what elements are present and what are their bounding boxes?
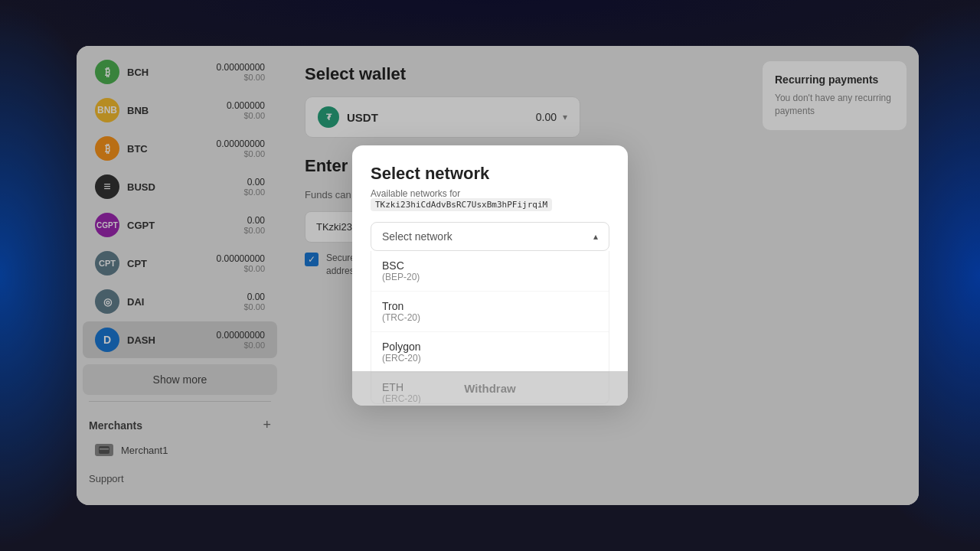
- modal-subtitle: Available networks for TKzki23hiCdAdvBsR…: [371, 188, 609, 210]
- network-bsc-type: (BEP-20): [382, 272, 598, 282]
- network-polygon-type: (ERC-20): [382, 353, 598, 364]
- chevron-up-icon: ▴: [593, 231, 598, 242]
- modal-address-code: TKzki23hiCdAdvBsRC7UsxBm3hPFijrqiM: [371, 198, 552, 211]
- network-item-tron[interactable]: Tron (TRC-20): [371, 292, 609, 332]
- network-selector-toggle[interactable]: Select network ▴: [371, 222, 609, 251]
- modal-title: Select network: [371, 164, 609, 184]
- network-bsc-name: BSC: [382, 259, 598, 272]
- network-tron-name: Tron: [382, 300, 598, 312]
- modal-subtitle-prefix: Available networks for: [371, 188, 460, 199]
- network-item-polygon[interactable]: Polygon (ERC-20): [371, 332, 609, 373]
- withdraw-button[interactable]: Withdraw: [352, 371, 628, 406]
- modal-overlay: Select network Available networks for TK…: [0, 0, 980, 551]
- network-polygon-name: Polygon: [382, 341, 598, 353]
- network-item-bsc[interactable]: BSC (BEP-20): [371, 251, 609, 292]
- network-selector-label: Select network: [382, 230, 452, 243]
- select-network-modal: Select network Available networks for TK…: [352, 145, 628, 406]
- network-tron-type: (TRC-20): [382, 312, 598, 323]
